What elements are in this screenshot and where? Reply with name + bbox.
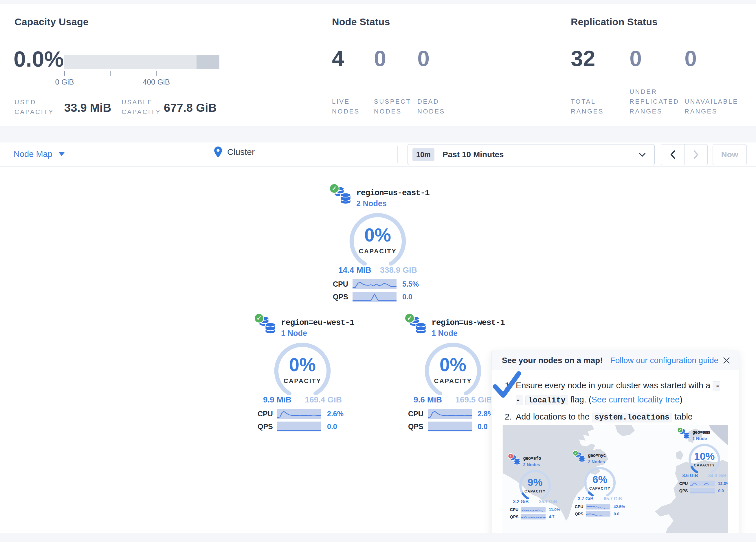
axis-tick (64, 71, 65, 76)
total-capacity: 338.9 GiB (380, 265, 417, 275)
status-badge (329, 183, 340, 194)
qps-sparkline (521, 514, 546, 519)
locality-title: geo=sfo (523, 456, 541, 461)
cpu-value: 12.3% (718, 481, 728, 486)
qps-label: QPS (679, 488, 690, 493)
cpu-value: 5.5% (402, 280, 419, 289)
step-back-button[interactable] (661, 144, 684, 165)
locality-card-us-west-1[interactable]: region=us-west-1 1 Node 0% CAPACITY 9.6 … (407, 317, 499, 434)
locality-card-us-east-1[interactable]: region=us-east-1 2 Nodes 0% CAPACITY 14.… (331, 187, 424, 304)
cpu-label: CPU (258, 410, 277, 418)
axis-tick (110, 71, 111, 76)
step-text-part: Add locations to the (516, 412, 590, 421)
axis-tick (202, 71, 202, 76)
locality-card-geo-ams[interactable]: geo=ams 1 Node 10% CAPACITY 3.6 GiB (678, 429, 728, 495)
toolbar-divider (397, 146, 398, 163)
locality-title: geo=nyc (588, 453, 606, 458)
code-chip: locality (525, 396, 568, 405)
locality-node-count: 2 Nodes (523, 462, 541, 467)
step-text-part: ) (680, 395, 682, 404)
under-replicated-count: 0 (630, 47, 642, 69)
capacity-caption: CAPACITY (421, 377, 485, 385)
cpu-label: CPU (408, 410, 428, 418)
cpu-sparkline (428, 409, 472, 419)
breadcrumb[interactable]: Cluster (214, 146, 255, 157)
used-capacity: 3.2 GiB (513, 499, 529, 504)
now-button[interactable]: Now (713, 144, 747, 165)
total-capacity: 65.7 GiB (604, 496, 622, 501)
qps-value: 0.0 (614, 512, 619, 516)
capacity-bar-reserved-segment (197, 55, 219, 69)
locality-tree-link[interactable]: See current locality tree (591, 395, 680, 404)
cpu-value: 11.0% (549, 507, 560, 512)
status-badge (254, 313, 264, 324)
map-toolbar: Node Map Cluster 10m Past 10 Minutes (0, 142, 756, 167)
database-stack-icon (679, 429, 690, 440)
capacity-caption: CAPACITY (517, 489, 553, 494)
qps-value: 4.7 (549, 515, 554, 519)
used-capacity-label: USED CAPACITY (14, 97, 58, 117)
capacity-percent: 9% (517, 476, 553, 488)
usable-capacity-value: 677.8 GiB (164, 101, 216, 114)
time-range-select[interactable]: 10m Past 10 Minutes (408, 144, 655, 165)
capacity-gauge: 6% CAPACITY (582, 466, 618, 496)
qps-label: QPS (258, 422, 277, 431)
status-badge (404, 313, 415, 324)
locality-card-header: region=us-east-1 2 Nodes (331, 187, 424, 208)
capacity-caption: CAPACITY (582, 486, 618, 491)
used-capacity: 9.9 MiB (263, 395, 291, 405)
step-1: 1. Ensure every node in your cluster was… (505, 379, 727, 407)
step-text-part: Ensure every node in your cluster was st… (516, 381, 710, 390)
live-nodes-label: LIVE NODES (332, 97, 371, 116)
status-badge (677, 427, 683, 433)
time-range-badge: 10m (412, 148, 434, 161)
qps-sparkline (277, 422, 321, 431)
locality-card-geo-sfo[interactable]: geo=sfo 2 Nodes 9% CAPACITY 3.2 GiB (509, 455, 561, 521)
step-forward-button[interactable] (684, 144, 707, 165)
qps-sparkline (428, 422, 472, 431)
locality-node-count: 1 Node (281, 329, 354, 338)
used-capacity: 3.6 GiB (682, 473, 698, 478)
view-selector-dropdown[interactable]: Node Map (14, 149, 65, 159)
configuration-guide-link[interactable]: Follow our configuration guide (610, 356, 719, 365)
database-stack-icon (575, 452, 585, 464)
node-map-page: Capacity Usage 0.0% 0 GiB 400 GiB USED C… (0, 0, 756, 542)
axis-tick-label: 0 GiB (55, 78, 74, 87)
node-status-title: Node Status (332, 16, 390, 27)
database-stack-icon (408, 317, 427, 337)
popup-header: See your nodes on a map! Follow our conf… (491, 351, 739, 370)
locality-card-eu-west-1[interactable]: region=eu-west-1 1 Node 0% CAPACITY 9.9 … (256, 317, 349, 434)
locality-card-header: geo=sfo 2 Nodes (509, 455, 561, 467)
database-stack-icon (258, 317, 276, 337)
world-map-preview: geo=sfo 2 Nodes 9% CAPACITY 3.2 GiB (502, 425, 728, 541)
cluster-summary-panel: Capacity Usage 0.0% 0 GiB 400 GiB USED C… (0, 4, 756, 127)
capacity-usage-title: Capacity Usage (14, 16, 89, 27)
qps-label: QPS (408, 422, 428, 431)
close-icon[interactable] (722, 357, 731, 365)
locality-node-count: 2 Nodes (588, 459, 606, 464)
locality-card-header: geo=ams 1 Node (678, 429, 728, 441)
locality-node-count: 1 Node (432, 329, 505, 338)
cpu-sparkline (353, 279, 397, 289)
qps-value: 0.0 (402, 293, 412, 301)
capacity-percent: 0% (346, 224, 410, 246)
used-capacity-value: 33.9 MiB (64, 101, 111, 114)
qps-sparkline (586, 511, 610, 517)
cpu-sparkline (586, 504, 610, 510)
axis-tick (156, 71, 157, 76)
status-badge (573, 450, 579, 456)
qps-sparkline (690, 488, 715, 493)
suspect-nodes-label: SUSPECT NODES (374, 97, 416, 116)
unavailable-count: 0 (685, 47, 697, 69)
capacity-gauge: 0% CAPACITY (271, 340, 334, 395)
code-chip: system.locations (592, 413, 672, 422)
chevron-down-icon (639, 152, 646, 157)
location-pin-icon (214, 146, 222, 157)
qps-sparkline (353, 292, 397, 302)
used-capacity: 3.7 GiB (578, 496, 593, 501)
qps-label: QPS (333, 293, 353, 301)
capacity-caption: CAPACITY (346, 247, 410, 255)
step-text-part: flag. ( (568, 395, 592, 404)
locality-card-geo-nyc[interactable]: geo=nyc 2 Nodes 6% CAPACITY 3.7 GiB (574, 452, 626, 518)
locality-node-count: 1 Node (692, 436, 710, 441)
